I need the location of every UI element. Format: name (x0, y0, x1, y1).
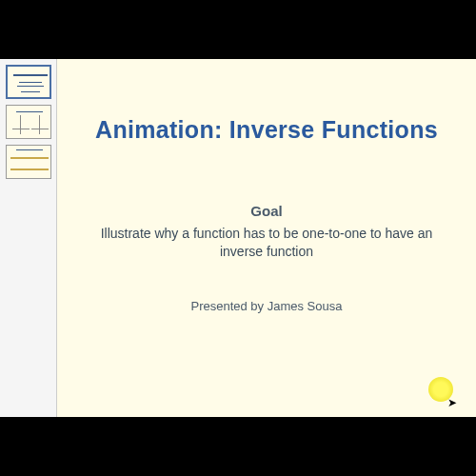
slide-main-area: Animation: Inverse Functions Goal Illust… (57, 59, 476, 417)
slide-thumbnail-3[interactable] (6, 145, 51, 179)
slide-thumbnail-2[interactable] (6, 105, 51, 139)
goal-text: Illustrate why a function has to be one-… (95, 225, 438, 261)
cursor-highlight-icon (428, 377, 453, 402)
slide-title: Animation: Inverse Functions (95, 116, 438, 144)
goal-heading: Goal (250, 203, 282, 219)
slide-thumbnail-1[interactable] (6, 65, 51, 99)
presentation-viewer: Animation: Inverse Functions Goal Illust… (0, 59, 476, 417)
slide-thumbnail-panel (0, 59, 57, 417)
presenter-line: Presented by James Sousa (191, 299, 343, 313)
